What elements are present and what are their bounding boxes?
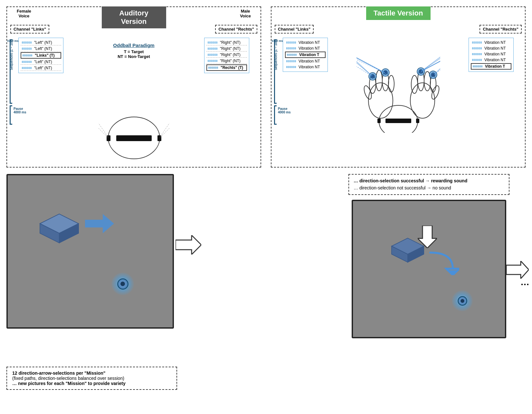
- voice-label-female: Female Voice: [17, 9, 31, 18]
- pause-label-tactile: Pause4000 ms: [278, 107, 290, 114]
- auditory-seq-right-3: "Right" (NT): [206, 58, 247, 64]
- pause-bracket-auditory: [10, 105, 12, 125]
- caption-box: 12 direction-arrow-selections per "Missi…: [6, 367, 177, 390]
- oddball-legend: Oddball Paradigm T = Target NT = Non-Tar…: [102, 43, 166, 59]
- svg-line-4: [99, 119, 108, 137]
- top-section: Female Voice Male Voice Auditory Version…: [0, 0, 532, 171]
- tactile-title: Tactile Version: [366, 6, 431, 20]
- tac-seq-right-1: Vibration NT: [471, 46, 511, 51]
- tac-seq-right-2: Vibration NT: [471, 52, 511, 57]
- bottom-section: … direction-selection successful → rewar…: [0, 171, 532, 396]
- svg-point-12: [388, 75, 394, 92]
- svg-line-6: [160, 119, 169, 137]
- oddball-nt: NT = Non-Target: [102, 54, 166, 59]
- tac-seq-left-1: Vibration NT: [285, 46, 326, 51]
- target-circle-left: [111, 273, 134, 295]
- seq-time-tactile: 3750 ms: [271, 39, 283, 43]
- auditory-seq-left-1: "Left" (NT): [21, 46, 61, 52]
- svg-point-21: [411, 75, 418, 93]
- auditory-panel: Female Voice Male Voice Auditory Version…: [6, 6, 261, 168]
- svg-rect-2: [107, 135, 110, 141]
- tac-seq-left-0: Vibration NT: [285, 40, 326, 45]
- svg-marker-55: [446, 270, 459, 275]
- caption-line2: (fixed paths, direction-selections balan…: [12, 376, 171, 381]
- svg-marker-51: [418, 226, 437, 248]
- auditory-seq-right-1: "Right" (NT): [206, 46, 247, 52]
- feedback-box: … direction-selection successful → rewar…: [348, 174, 509, 195]
- auditory-seq-list-left: "Left" (NT) "Left" (NT) "Links" (T) "Lef…: [18, 38, 63, 73]
- pause-bracket-tactile: [274, 105, 277, 125]
- continuation-arrow: [506, 261, 529, 280]
- svg-marker-49: [85, 214, 114, 233]
- seq-bracket-auditory: [10, 39, 12, 104]
- tactile-channel-left: Channel "Links": [275, 25, 314, 34]
- tactile-hand-svg: [356, 33, 440, 133]
- feedback-fail: … direction-selection not successful → n…: [354, 184, 504, 191]
- tactile-seq-list-left: Vibration NT Vibration NT Vibration T Vi…: [283, 38, 328, 72]
- svg-rect-33: [385, 119, 411, 123]
- auditory-head-svg: [99, 115, 169, 167]
- svg-point-8: [368, 83, 393, 118]
- voice-label-male: Male Voice: [240, 9, 251, 18]
- tactile-channel-right: Channel "Rechts": [480, 25, 522, 34]
- caption-line1: 12 direction-arrow-selections per "Missi…: [12, 371, 171, 376]
- big-arrow-between: [176, 235, 201, 256]
- auditory-channel-right: Channel "Rechts": [215, 25, 257, 34]
- auditory-channel-left: Channel "Links": [10, 25, 49, 34]
- oddball-title: Oddball Paradigm: [102, 43, 166, 48]
- svg-line-42: [421, 41, 440, 72]
- caption-line3: … new pictures for each "Mission" to pro…: [12, 381, 171, 386]
- svg-point-31: [432, 74, 434, 75]
- auditory-seq-left-0: "Left" (NT): [21, 40, 61, 45]
- svg-rect-35: [416, 119, 419, 123]
- svg-point-10: [376, 70, 382, 91]
- tactile-seq-list-right: Vibration NT Vibration NT Vibration NT V…: [469, 38, 514, 72]
- game-screen-left: [6, 174, 174, 329]
- auditory-seq-right-0: "Right" (NT): [206, 40, 247, 45]
- auditory-title: Auditory Version: [102, 6, 166, 28]
- auditory-seq-list-right: "Right" (NT) "Right" (NT) "Right" (NT) "…: [204, 38, 249, 73]
- seq-time-auditory: 3750 ms: [7, 39, 19, 43]
- auditory-seq-left-3: "Left" (NT): [21, 59, 61, 65]
- oddball-t: T = Target: [102, 49, 166, 54]
- curve-arrow-svg: [427, 249, 459, 275]
- tac-seq-right-4-target: Vibration T: [471, 63, 511, 70]
- tac-seq-right-0: Vibration NT: [471, 40, 511, 45]
- auditory-seq-right-4-target: "Rechts" (T): [206, 64, 247, 71]
- tac-seq-right-3: Vibration NT: [471, 57, 511, 63]
- tac-seq-left-4: Vibration NT: [285, 64, 326, 70]
- svg-rect-34: [377, 119, 381, 123]
- feedback-success: … direction-selection successful → rewar…: [354, 177, 504, 184]
- auditory-seq-right-2: "Right" (NT): [206, 52, 247, 58]
- tactile-panel: Tactile Version Channel "Links" Channel …: [271, 6, 526, 168]
- game-screen-right: [352, 200, 506, 338]
- target-circle-right: [452, 290, 473, 311]
- svg-rect-1: [116, 135, 152, 141]
- tac-seq-left-3: Vibration NT: [285, 59, 326, 64]
- svg-rect-3: [157, 135, 161, 141]
- seq-bracket-tactile: [274, 39, 277, 104]
- svg-marker-50: [176, 235, 201, 255]
- cube-svg-left: [33, 201, 85, 246]
- auditory-seq-left-2-target: "Links" (T): [21, 52, 61, 59]
- svg-line-38: [356, 44, 385, 73]
- svg-line-36: [356, 38, 373, 76]
- svg-marker-56: [506, 261, 529, 279]
- svg-point-25: [430, 85, 440, 100]
- pause-label-auditory: Pause4000 ms: [14, 107, 26, 114]
- svg-point-20: [410, 83, 435, 118]
- down-arrow: [418, 226, 437, 249]
- arrow-right-svg: [85, 214, 114, 233]
- auditory-seq-left-4: "Left" (NT): [21, 65, 61, 71]
- tac-seq-left-2-target: Vibration T: [285, 52, 326, 58]
